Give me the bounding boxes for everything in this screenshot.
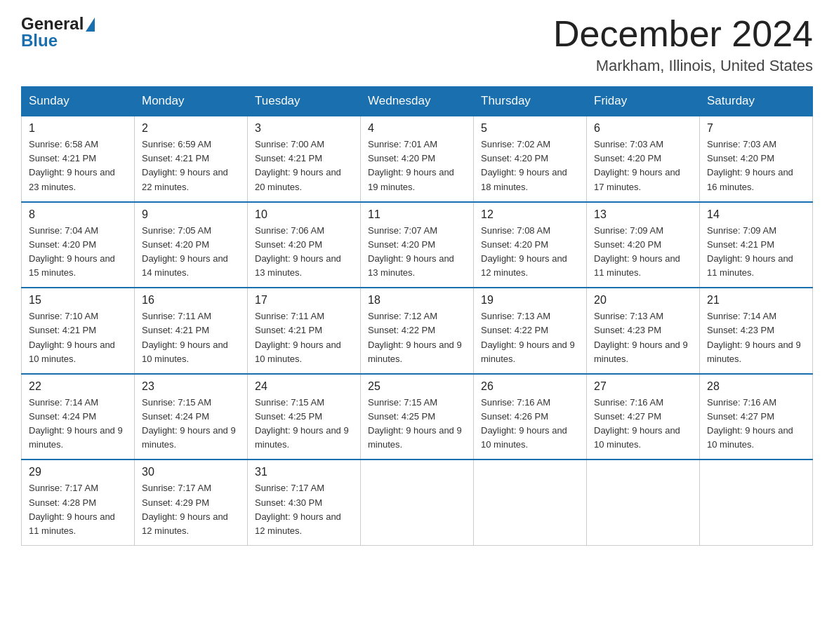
page-header: General Blue December 2024 Markham, Illi… [21, 14, 813, 75]
calendar-cell: 18 Sunrise: 7:12 AMSunset: 4:22 PMDaylig… [361, 288, 474, 374]
day-info: Sunrise: 7:12 AMSunset: 4:22 PMDaylight:… [368, 309, 466, 366]
day-number: 29 [29, 466, 127, 478]
day-number: 30 [142, 466, 240, 478]
day-info: Sunrise: 7:09 AMSunset: 4:20 PMDaylight:… [594, 224, 692, 281]
calendar-cell: 4 Sunrise: 7:01 AMSunset: 4:20 PMDayligh… [361, 116, 474, 202]
calendar-cell: 14 Sunrise: 7:09 AMSunset: 4:21 PMDaylig… [700, 202, 813, 288]
day-number: 27 [594, 380, 692, 393]
day-info: Sunrise: 7:08 AMSunset: 4:20 PMDaylight:… [481, 224, 579, 281]
day-info: Sunrise: 7:17 AMSunset: 4:30 PMDaylight:… [255, 481, 353, 538]
logo: General Blue [21, 14, 95, 51]
day-number: 28 [707, 380, 805, 393]
day-number: 22 [29, 380, 127, 393]
day-info: Sunrise: 7:14 AMSunset: 4:23 PMDaylight:… [707, 309, 805, 366]
calendar-table: SundayMondayTuesdayWednesdayThursdayFrid… [21, 86, 813, 546]
day-info: Sunrise: 7:14 AMSunset: 4:24 PMDaylight:… [29, 396, 127, 452]
header-tuesday: Tuesday [248, 87, 361, 116]
day-info: Sunrise: 7:04 AMSunset: 4:20 PMDaylight:… [29, 224, 127, 281]
day-number: 8 [29, 208, 127, 221]
calendar-cell: 25 Sunrise: 7:15 AMSunset: 4:25 PMDaylig… [361, 374, 474, 460]
day-info: Sunrise: 7:02 AMSunset: 4:20 PMDaylight:… [481, 137, 579, 194]
day-number: 2 [142, 122, 240, 135]
day-number: 12 [481, 208, 579, 221]
day-number: 15 [29, 294, 127, 307]
header-saturday: Saturday [700, 87, 813, 116]
calendar-cell: 15 Sunrise: 7:10 AMSunset: 4:21 PMDaylig… [22, 288, 135, 374]
day-number: 23 [142, 380, 240, 393]
day-number: 1 [29, 122, 127, 135]
header-wednesday: Wednesday [361, 87, 474, 116]
calendar-header-row: SundayMondayTuesdayWednesdayThursdayFrid… [22, 87, 813, 116]
calendar-cell: 28 Sunrise: 7:16 AMSunset: 4:27 PMDaylig… [700, 374, 813, 460]
header-sunday: Sunday [22, 87, 135, 116]
day-number: 17 [255, 294, 353, 307]
day-info: Sunrise: 7:11 AMSunset: 4:21 PMDaylight:… [142, 309, 240, 366]
day-number: 19 [481, 294, 579, 307]
calendar-cell: 11 Sunrise: 7:07 AMSunset: 4:20 PMDaylig… [361, 202, 474, 288]
calendar-week-row: 8 Sunrise: 7:04 AMSunset: 4:20 PMDayligh… [22, 202, 813, 288]
calendar-cell: 26 Sunrise: 7:16 AMSunset: 4:26 PMDaylig… [474, 374, 587, 460]
day-number: 9 [142, 208, 240, 221]
day-info: Sunrise: 7:09 AMSunset: 4:21 PMDaylight:… [707, 224, 805, 281]
calendar-cell: 8 Sunrise: 7:04 AMSunset: 4:20 PMDayligh… [22, 202, 135, 288]
calendar-week-row: 29 Sunrise: 7:17 AMSunset: 4:28 PMDaylig… [22, 459, 813, 545]
calendar-cell: 5 Sunrise: 7:02 AMSunset: 4:20 PMDayligh… [474, 116, 587, 202]
header-thursday: Thursday [474, 87, 587, 116]
day-number: 11 [368, 208, 466, 221]
calendar-cell: 2 Sunrise: 6:59 AMSunset: 4:21 PMDayligh… [135, 116, 248, 202]
calendar-cell: 6 Sunrise: 7:03 AMSunset: 4:20 PMDayligh… [587, 116, 700, 202]
day-info: Sunrise: 7:15 AMSunset: 4:25 PMDaylight:… [255, 396, 353, 452]
calendar-cell: 31 Sunrise: 7:17 AMSunset: 4:30 PMDaylig… [248, 459, 361, 545]
calendar-cell [587, 459, 700, 545]
day-number: 25 [368, 380, 466, 393]
calendar-cell: 9 Sunrise: 7:05 AMSunset: 4:20 PMDayligh… [135, 202, 248, 288]
day-info: Sunrise: 7:00 AMSunset: 4:21 PMDaylight:… [255, 137, 353, 194]
day-info: Sunrise: 7:16 AMSunset: 4:26 PMDaylight:… [481, 396, 579, 452]
calendar-cell [700, 459, 813, 545]
calendar-cell [361, 459, 474, 545]
day-number: 10 [255, 208, 353, 221]
title-block: December 2024 Markham, Illinois, United … [553, 14, 813, 75]
day-info: Sunrise: 6:59 AMSunset: 4:21 PMDaylight:… [142, 137, 240, 194]
day-info: Sunrise: 7:13 AMSunset: 4:22 PMDaylight:… [481, 309, 579, 366]
day-info: Sunrise: 7:16 AMSunset: 4:27 PMDaylight:… [707, 396, 805, 452]
day-number: 24 [255, 380, 353, 393]
calendar-cell: 17 Sunrise: 7:11 AMSunset: 4:21 PMDaylig… [248, 288, 361, 374]
calendar-cell: 19 Sunrise: 7:13 AMSunset: 4:22 PMDaylig… [474, 288, 587, 374]
calendar-cell: 21 Sunrise: 7:14 AMSunset: 4:23 PMDaylig… [700, 288, 813, 374]
calendar-cell: 20 Sunrise: 7:13 AMSunset: 4:23 PMDaylig… [587, 288, 700, 374]
day-info: Sunrise: 7:15 AMSunset: 4:25 PMDaylight:… [368, 396, 466, 452]
day-info: Sunrise: 7:03 AMSunset: 4:20 PMDaylight:… [594, 137, 692, 194]
logo-blue-text: Blue [21, 31, 95, 51]
day-info: Sunrise: 6:58 AMSunset: 4:21 PMDaylight:… [29, 137, 127, 194]
day-number: 18 [368, 294, 466, 307]
day-info: Sunrise: 7:17 AMSunset: 4:29 PMDaylight:… [142, 481, 240, 538]
location-title: Markham, Illinois, United States [553, 57, 813, 75]
calendar-cell: 7 Sunrise: 7:03 AMSunset: 4:20 PMDayligh… [700, 116, 813, 202]
day-info: Sunrise: 7:05 AMSunset: 4:20 PMDaylight:… [142, 224, 240, 281]
day-info: Sunrise: 7:13 AMSunset: 4:23 PMDaylight:… [594, 309, 692, 366]
calendar-cell: 24 Sunrise: 7:15 AMSunset: 4:25 PMDaylig… [248, 374, 361, 460]
day-number: 13 [594, 208, 692, 221]
header-friday: Friday [587, 87, 700, 116]
calendar-week-row: 15 Sunrise: 7:10 AMSunset: 4:21 PMDaylig… [22, 288, 813, 374]
logo-arrow-icon [86, 18, 95, 32]
day-number: 7 [707, 122, 805, 135]
calendar-cell: 27 Sunrise: 7:16 AMSunset: 4:27 PMDaylig… [587, 374, 700, 460]
month-title: December 2024 [553, 14, 813, 54]
calendar-cell: 23 Sunrise: 7:15 AMSunset: 4:24 PMDaylig… [135, 374, 248, 460]
calendar-cell: 3 Sunrise: 7:00 AMSunset: 4:21 PMDayligh… [248, 116, 361, 202]
day-info: Sunrise: 7:07 AMSunset: 4:20 PMDaylight:… [368, 224, 466, 281]
day-info: Sunrise: 7:16 AMSunset: 4:27 PMDaylight:… [594, 396, 692, 452]
calendar-week-row: 22 Sunrise: 7:14 AMSunset: 4:24 PMDaylig… [22, 374, 813, 460]
day-info: Sunrise: 7:03 AMSunset: 4:20 PMDaylight:… [707, 137, 805, 194]
calendar-cell: 13 Sunrise: 7:09 AMSunset: 4:20 PMDaylig… [587, 202, 700, 288]
day-number: 3 [255, 122, 353, 135]
day-number: 21 [707, 294, 805, 307]
day-info: Sunrise: 7:15 AMSunset: 4:24 PMDaylight:… [142, 396, 240, 452]
calendar-week-row: 1 Sunrise: 6:58 AMSunset: 4:21 PMDayligh… [22, 116, 813, 202]
day-number: 4 [368, 122, 466, 135]
day-number: 26 [481, 380, 579, 393]
calendar-cell [474, 459, 587, 545]
calendar-cell: 16 Sunrise: 7:11 AMSunset: 4:21 PMDaylig… [135, 288, 248, 374]
